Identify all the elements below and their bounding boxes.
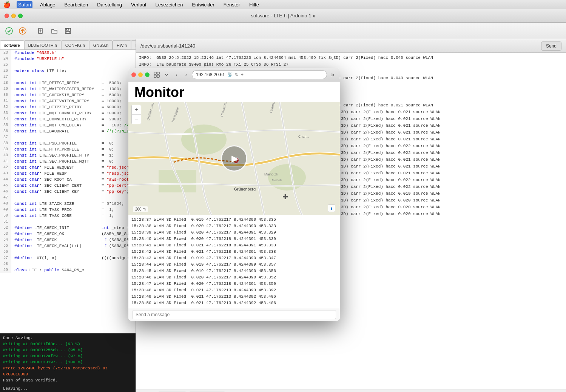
- menubar-bearbeiten[interactable]: Bearbeiten: [63, 1, 89, 8]
- code-line: 56: [0, 249, 136, 255]
- svg-rect-13: [159, 170, 196, 192]
- browser-chrome: ‹ › 192.168.20.61 📡 ↻ + »: [128, 68, 340, 81]
- code-line: 48const int LTE_STACK_SIZE = 5*1024;: [0, 201, 136, 207]
- map-zoom-controls: + −: [131, 105, 141, 124]
- more-btn[interactable]: »: [328, 71, 337, 79]
- verify-btn[interactable]: [3, 25, 15, 37]
- code-line: 44const char* SEC_ROOT_CA = "aws-rootCA: [0, 177, 136, 183]
- menubar-safari[interactable]: Safari: [17, 1, 32, 8]
- data-row: 15:28:50 WLAN 3D Fixed 0.021 47.1762213 …: [131, 300, 337, 306]
- back-btn[interactable]: ‹: [172, 71, 180, 79]
- browser-message-input[interactable]: [132, 310, 336, 319]
- code-line: 39const int LTE_HTTP_PROFILE = 0;: [0, 146, 136, 152]
- layout-switch-btn[interactable]: [153, 71, 161, 79]
- save-file-btn[interactable]: [62, 25, 74, 37]
- tab-config[interactable]: CONFIG.h: [61, 40, 89, 49]
- url-text: 192.168.20.61: [196, 72, 225, 77]
- data-row: 15:28:37 WLAN 3D Fixed 0.019 47.1762217 …: [131, 217, 337, 223]
- window-title: software - LTE.h | Arduino 1.x: [251, 13, 315, 18]
- svg-point-0: [6, 28, 12, 34]
- tab-gnss[interactable]: GNSS.h: [89, 40, 113, 49]
- serial-line: INFO: LTE baudrate 38400 pins RXo 26 TXi…: [139, 61, 563, 68]
- forward-btn[interactable]: ›: [182, 71, 190, 79]
- browser-maximize-btn[interactable]: [145, 72, 150, 77]
- code-line: 51: [0, 219, 136, 225]
- console-line: Done Saving.: [3, 335, 133, 341]
- svg-rect-9: [157, 75, 159, 77]
- browser-minimize-btn[interactable]: [138, 72, 143, 77]
- code-line: 42const char* FILE_REQUEST = "req.json";: [0, 164, 136, 171]
- menubar-lesezeichen[interactable]: Lesezeichen: [154, 1, 185, 8]
- code-line: 54#define LTE_CHECK if (SARA_R5_SU: [0, 237, 136, 243]
- window-maximize-btn[interactable]: [18, 14, 23, 18]
- map-zoom-out-btn[interactable]: −: [132, 115, 141, 124]
- code-line: 24#include "UBXFILE.h": [0, 56, 136, 62]
- data-row: 15:28:48 WLAN 3D Fixed 0.021 47.1762213 …: [131, 287, 337, 294]
- code-line: 30const int LTE_CHECKSIM_RETRY = 5000;: [0, 92, 136, 98]
- map-info-btn[interactable]: i: [328, 204, 335, 212]
- tab-bluetooth[interactable]: BLUETOOTH.h: [24, 40, 61, 49]
- apple-menu-icon[interactable]: 🍎: [3, 1, 11, 8]
- code-line: 41const int LTE_SEC_PROFILE_MQTT = 0;: [0, 158, 136, 164]
- code-line: 25: [0, 62, 136, 68]
- map-play-btn[interactable]: [221, 145, 247, 172]
- data-row: 15:28:41 WLAN 3D Fixed 0.021 47.1762218 …: [131, 242, 337, 249]
- console-line: Writing at 0x0011fd8e... (93 %): [3, 341, 133, 347]
- data-row: 15:28:39 WLAN 3D Fixed 0.020 47.1762217 …: [131, 229, 337, 236]
- code-line: 38const int LTE_PSD_PROFILE = 0;: [0, 140, 136, 146]
- tab-hw[interactable]: HW.h: [113, 40, 131, 49]
- window-minimize-btn[interactable]: [11, 14, 16, 18]
- browser-close-btn[interactable]: [131, 72, 136, 77]
- code-line: 27: [0, 74, 136, 80]
- code-editor[interactable]: 23#include "GNSS.h" 24#include "UBXFILE.…: [0, 50, 136, 333]
- code-line: 29const int LTE_WAITREGISTER_RETRY = 100…: [0, 86, 136, 92]
- code-line: 49const int LTE_TASK_PRIO = 1;: [0, 207, 136, 213]
- send-button[interactable]: Send: [541, 42, 561, 51]
- menubar-entwickler[interactable]: Entwickler: [191, 1, 216, 8]
- chevron-down-icon[interactable]: [162, 71, 171, 79]
- tab-lband[interactable]: LBAND.h: [131, 40, 136, 49]
- code-line: 55#define LTE_CHECK_EVAL(txt) if (SARA_R…: [0, 243, 136, 249]
- code-line: 37: [0, 134, 136, 140]
- code-line: 50const int LTE_TASK_CORE = 1;: [0, 213, 136, 219]
- svg-text:Chan...: Chan...: [298, 135, 309, 138]
- menubar-fenster[interactable]: Fenster: [222, 1, 242, 8]
- screen-share-icon: 📡: [227, 72, 233, 77]
- map-scale: 200 m: [133, 206, 148, 212]
- serial-input-bar: NL & CR NL & CR 115200 baud Clear output: [136, 389, 566, 392]
- menubar-hilfe[interactable]: Hilfe: [248, 1, 261, 8]
- refresh-icon[interactable]: ↻: [235, 72, 239, 77]
- monitor-heading: Monitor: [128, 81, 340, 102]
- upload-btn[interactable]: [17, 25, 29, 37]
- add-tab-icon[interactable]: +: [241, 72, 244, 77]
- code-line: 36const int LTE_BAUDRATE = /*((PIN_INV: [0, 128, 136, 134]
- editor-panel: software BLUETOOTH.h CONFIG.h GNSS.h HW.…: [0, 39, 136, 392]
- console-output: Done Saving. Writing at 0x0011fd8e... (9…: [0, 333, 136, 392]
- svg-text:Maiholzli: Maiholzli: [264, 172, 278, 176]
- menubar-verlauf[interactable]: Verlauf: [130, 1, 148, 8]
- menubar-ablage[interactable]: Ablage: [39, 1, 57, 8]
- data-row: 15:28:42 WLAN 3D Fixed 0.021 47.1762218 …: [131, 249, 337, 255]
- map-zoom-in-btn[interactable]: +: [132, 105, 141, 114]
- browser-controls: [131, 72, 150, 77]
- menubar-darstellung[interactable]: Darstellung: [96, 1, 123, 8]
- console-line: Writing at 0x00130197... (100 %): [3, 359, 133, 365]
- serial-port-title: /dev/cu.usbserial-141240: [140, 43, 195, 49]
- new-file-btn[interactable]: [35, 25, 47, 37]
- file-tabs: software BLUETOOTH.h CONFIG.h GNSS.h HW.…: [0, 39, 136, 50]
- code-line: 23#include "GNSS.h": [0, 50, 136, 56]
- serial-line: INFO: GNSS 29:5:2022 15:23:46 lat 47.176…: [139, 54, 563, 61]
- window-close-btn[interactable]: [5, 14, 9, 18]
- code-line: 35const int LTE_MQTTCMD_DELAY = 100; // …: [0, 122, 136, 128]
- window-titlebar: software - LTE.h | Arduino 1.x: [0, 9, 566, 23]
- url-bar[interactable]: 192.168.20.61 📡 ↻ +: [192, 70, 327, 79]
- menubar: 🍎 Safari Ablage Bearbeiten Darstellung V…: [0, 0, 566, 9]
- window-controls: [5, 14, 23, 18]
- open-file-btn[interactable]: [48, 25, 60, 37]
- data-row: 15:28:46 WLAN 3D Fixed 0.020 47.1762217 …: [131, 274, 337, 281]
- data-row: 15:28:49 WLAN 3D Fixed 0.021 47.1762213 …: [131, 294, 337, 300]
- tab-software[interactable]: software: [0, 40, 24, 49]
- data-row: 15:28:40 WLAN 3D Fixed 0.020 47.1762218 …: [131, 236, 337, 242]
- browser-data-list[interactable]: 15:28:37 WLAN 3D Fixed 0.019 47.1762217 …: [128, 215, 340, 308]
- code-line: 40const int LTE_SEC_PROFILE_HTTP = 1;: [0, 152, 136, 158]
